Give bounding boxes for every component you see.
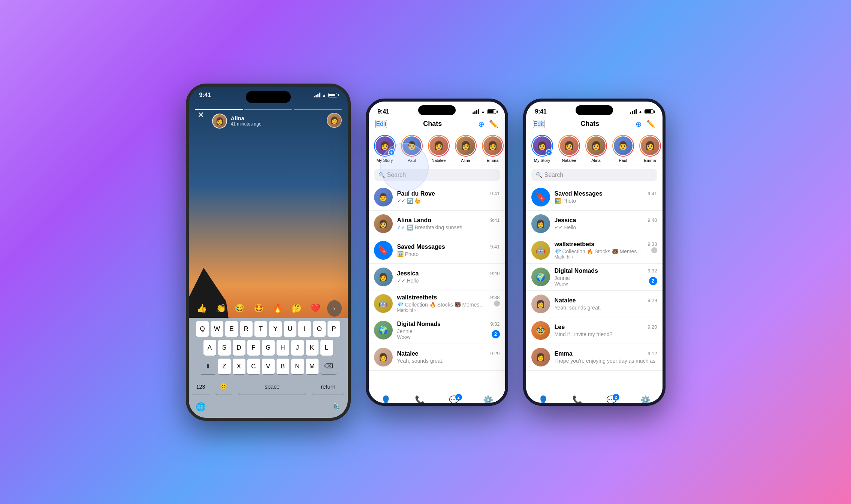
emoji-more-button[interactable]: ›	[327, 300, 342, 317]
key-i[interactable]: I	[298, 321, 311, 337]
key-e[interactable]: E	[225, 321, 238, 337]
chat-preview-digital: Jennie	[397, 328, 500, 334]
chat-item-wsb[interactable]: 🤖 wallstreetbets 9:38 💎 Collection 🔥 Sto…	[369, 290, 505, 317]
chat-item-paul[interactable]: 👨 Paul du Rove 9:41 ✓✓ 🔄 👑	[369, 184, 505, 211]
chat-item-digital[interactable]: 🌍 Digital Nomads 9:32 Jennie Woow 2	[369, 317, 505, 344]
chat-item-digital-right[interactable]: 🌍 Digital Nomads 9:32 Jennie Woow 2	[526, 264, 663, 291]
key-j[interactable]: J	[291, 340, 304, 356]
status-icons-right: ▲	[630, 109, 654, 114]
chat-time-wsb: 9:38	[490, 295, 500, 300]
emoji-laugh[interactable]: 😂	[233, 300, 247, 317]
key-g[interactable]: G	[262, 340, 275, 356]
chat-item-jessica-right[interactable]: 👩 Jessica 9:40 ✓✓ Hello	[526, 211, 663, 237]
edit-button-middle[interactable]: Edit	[375, 120, 387, 128]
chat-item-alina[interactable]: 👩 Alina Lando 9:41 ✓✓ 🔄 Breathtaking sun…	[369, 211, 505, 237]
key-delete[interactable]: ⌫	[320, 359, 337, 374]
key-d[interactable]: D	[233, 340, 245, 356]
key-z[interactable]: Z	[218, 359, 231, 374]
key-b[interactable]: B	[277, 359, 289, 374]
story-item-emma-right[interactable]: 👩 Emma	[639, 135, 661, 163]
key-t[interactable]: T	[254, 321, 267, 337]
key-l[interactable]: L	[320, 340, 333, 356]
tab-settings-right[interactable]: ⚙️ Settings	[628, 395, 663, 406]
key-p[interactable]: P	[328, 321, 340, 337]
key-w[interactable]: W	[211, 321, 223, 337]
emoji-clap[interactable]: 👏	[214, 300, 228, 317]
key-o[interactable]: O	[313, 321, 326, 337]
chat-time-saved: 9:41	[490, 244, 500, 250]
compose-icon-right[interactable]: ✏️	[646, 120, 656, 129]
key-return[interactable]: return	[312, 379, 344, 395]
story-item-emma-middle[interactable]: 👩 Emma	[482, 135, 504, 163]
story-item-natalee-right[interactable]: 👩 Natalee	[558, 135, 580, 163]
chat-item-wsb-right[interactable]: 🤖 wallstreetbets 9:38 💎 Collection 🔥 Sto…	[526, 237, 663, 264]
globe-icon[interactable]: 🌐	[196, 402, 206, 412]
key-m[interactable]: M	[306, 359, 319, 374]
key-q[interactable]: Q	[196, 321, 209, 337]
key-a[interactable]: A	[203, 340, 216, 356]
key-k[interactable]: K	[306, 340, 319, 356]
tab-chats-right[interactable]: 💬 2 Chats	[594, 395, 628, 406]
key-v[interactable]: V	[262, 359, 275, 374]
key-space[interactable]: space	[238, 379, 306, 395]
chat-item-saved-right[interactable]: 🔖 Saved Messages 9:41 🖼️ Photo	[526, 184, 663, 211]
emoji-fire[interactable]: 🔥	[271, 300, 285, 317]
add-chat-icon-middle[interactable]: ⊕	[478, 120, 485, 129]
key-h[interactable]: H	[277, 340, 289, 356]
emoji-starstruck[interactable]: 🤩	[251, 300, 266, 317]
chat-item-saved[interactable]: 🔖 Saved Messages 9:41 🖼️ Photo	[369, 237, 505, 264]
story-circle-natalee-middle: 👩	[428, 135, 450, 157]
key-r[interactable]: R	[240, 321, 253, 337]
keyboard-row-1: Q W E R T Y U I O P	[190, 321, 346, 337]
chat-item-jessica[interactable]: 👩 Jessica 9:40 ✓✓ Hello	[369, 264, 505, 290]
tab-chats-middle[interactable]: 💬 2 Chats	[437, 395, 471, 406]
emoji-thumbsup[interactable]: 👍	[195, 300, 209, 317]
chat-content-lee-right: Lee 9:20 Mind if I invite my friend?	[555, 324, 657, 337]
key-u[interactable]: U	[284, 321, 296, 337]
chat-preview-paul: ✓✓ 🔄 👑	[397, 198, 500, 204]
story-label-emma-middle: Emma	[487, 158, 499, 163]
story-avatar-right: 👩	[327, 113, 342, 128]
key-s[interactable]: S	[218, 340, 231, 356]
chat-app-middle: Edit Chats ⊕ ✏️ 👩 + My Story	[369, 117, 505, 406]
key-n[interactable]: N	[291, 359, 304, 374]
chat-content-saved: Saved Messages 9:41 🖼️ Photo	[397, 244, 500, 257]
chat-item-emma-right[interactable]: 👩 Emma 9:12 I hope you're enjoying your …	[526, 344, 663, 371]
tab-calls-middle[interactable]: 📞 Calls	[403, 395, 437, 406]
compose-icon-middle[interactable]: ✏️	[489, 120, 498, 129]
story-close-button[interactable]: ✕	[195, 109, 207, 121]
chat-avatar-emma-right: 👩	[531, 348, 550, 366]
story-progress-bars	[195, 109, 342, 110]
key-x[interactable]: X	[233, 359, 245, 374]
chat-item-natalee-right[interactable]: 👩 Natalee 9:29 Yeah, sounds great.	[526, 291, 663, 317]
chat-item-lee-right[interactable]: 🥸 Lee 9:20 Mind if I invite my friend?	[526, 317, 663, 344]
key-emoji[interactable]: 😊	[215, 379, 232, 395]
chat-item-natalee[interactable]: 👩 Natalee 9:29 Yeah, sounds great.	[369, 344, 505, 371]
story-item-mystory-right[interactable]: 👩 + My Story	[531, 135, 553, 163]
tab-contacts-middle[interactable]: 👤 Contacts	[369, 395, 403, 406]
search-bar-right[interactable]: 🔍 Search	[531, 169, 657, 181]
add-chat-icon-right[interactable]: ⊕	[636, 120, 642, 129]
chat-time-jessica-right: 9:40	[648, 217, 657, 223]
story-circle-emma-middle: 👩	[482, 135, 504, 157]
story-item-alina-right[interactable]: 👩 Alina	[585, 135, 607, 163]
key-y[interactable]: Y	[269, 321, 282, 337]
story-add-btn-right[interactable]: +	[546, 149, 552, 156]
tab-settings-middle[interactable]: ⚙️ Settings	[471, 395, 505, 406]
key-123[interactable]: 123	[193, 379, 209, 395]
emoji-think[interactable]: 🤔	[289, 300, 304, 317]
mic-keyboard-icon[interactable]: 🎙️	[332, 402, 341, 411]
key-f[interactable]: F	[247, 340, 260, 356]
chat-name-digital: Digital Nomads	[397, 321, 441, 328]
emoji-heart[interactable]: ❤️	[308, 300, 323, 317]
edit-button-right[interactable]: Edit	[533, 120, 545, 128]
story-item-alina-middle[interactable]: 👩 Alina	[455, 135, 477, 163]
key-shift[interactable]: ⇧	[200, 359, 216, 374]
story-item-paul-right[interactable]: 👨 Paul	[612, 135, 634, 163]
story-label-emma-right: Emma	[644, 158, 656, 163]
keyboard-bottom-row: 123 😊 space return	[190, 377, 346, 401]
tab-contacts-right[interactable]: 👤 Contacts	[526, 395, 560, 406]
tab-calls-right[interactable]: 📞 Calls	[560, 395, 594, 406]
story-item-natalee-middle[interactable]: 👩 Natalee	[428, 135, 450, 163]
key-c[interactable]: C	[247, 359, 260, 374]
